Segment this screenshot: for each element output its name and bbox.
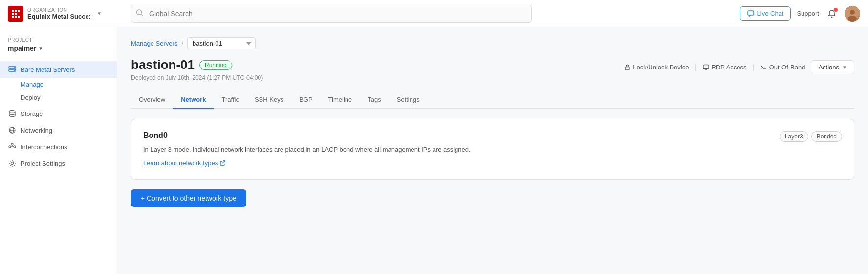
tab-bgp[interactable]: BGP <box>291 91 320 109</box>
sidebar-item-project-settings[interactable]: Project Settings <box>0 155 117 172</box>
user-avatar[interactable] <box>845 6 860 22</box>
settings-icon <box>8 159 17 168</box>
sidebar-sub-bms: Manage Deploy <box>0 78 117 104</box>
project-name: mpalmer <box>8 45 36 52</box>
server-icon <box>8 65 17 74</box>
monitor-icon <box>703 64 709 70</box>
sidebar-item-bms-label: Bare Metal Servers <box>21 66 75 73</box>
svg-rect-6 <box>15 16 17 18</box>
bonded-badge: Bonded <box>811 131 842 142</box>
svg-rect-0 <box>12 10 14 12</box>
svg-point-14 <box>848 16 857 22</box>
tab-network[interactable]: Network <box>173 91 214 109</box>
convert-section: + Convert to other network type <box>131 180 854 211</box>
server-header-right: Lock/Unlock Device | RDP Access | <box>624 60 854 74</box>
org-label: ORGANIZATION <box>27 7 91 13</box>
svg-rect-1 <box>15 10 17 12</box>
actions-dropdown[interactable]: Actions ▼ <box>811 60 854 74</box>
breadcrumb-server-select[interactable]: bastion-01 <box>187 37 256 49</box>
deploy-date: Deployed on July 16th, 2024 (1:27 PM UTC… <box>131 74 263 81</box>
sidebar-section-bms: Bare Metal Servers Manage Deploy <box>0 60 117 105</box>
sidebar: PROJECT mpalmer ▼ <box>0 27 117 274</box>
lock-unlock-link[interactable]: Lock/Unlock Device <box>624 64 689 71</box>
support-link[interactable]: Support <box>797 10 819 17</box>
lock-unlock-label: Lock/Unlock Device <box>633 64 689 71</box>
tab-traffic[interactable]: Traffic <box>214 91 246 109</box>
sidebar-nav: Bare Metal Servers Manage Deploy Storage <box>0 58 117 174</box>
sidebar-item-networking[interactable]: Networking <box>0 122 117 138</box>
breadcrumb: Manage Servers / bastion-01 <box>131 37 854 49</box>
main-layout: PROJECT mpalmer ▼ <box>0 27 868 274</box>
sidebar-item-interconnections[interactable]: Interconnections <box>0 138 117 155</box>
rdp-access-link[interactable]: RDP Access <box>703 64 747 71</box>
out-of-band-label: Out-Of-Band <box>769 64 805 71</box>
external-link-icon <box>220 160 225 166</box>
svg-rect-30 <box>703 65 709 69</box>
notifications-icon[interactable] <box>825 7 839 21</box>
sidebar-sub-item-manage[interactable]: Manage <box>0 78 117 91</box>
svg-point-23 <box>9 146 11 148</box>
svg-rect-10 <box>748 11 754 15</box>
content-inner: Manage Servers / bastion-01 bastion-01 R… <box>117 27 868 221</box>
svg-point-18 <box>14 70 15 71</box>
sidebar-item-project-settings-label: Project Settings <box>21 160 65 167</box>
divider1: | <box>694 63 696 72</box>
network-card-header: Bond0 In Layer 3 mode, individual networ… <box>143 131 842 167</box>
tab-overview[interactable]: Overview <box>131 91 173 109</box>
live-chat-button[interactable]: Live Chat <box>740 6 791 21</box>
convert-network-type-button[interactable]: + Convert to other network type <box>131 189 246 207</box>
svg-rect-5 <box>12 16 14 18</box>
rdp-access-label: RDP Access <box>712 64 747 71</box>
interconnections-icon <box>8 142 17 151</box>
org-name: Equinix Metal Succe: <box>27 13 91 20</box>
svg-point-19 <box>9 111 15 113</box>
svg-point-13 <box>850 10 855 15</box>
sidebar-item-interconnections-label: Interconnections <box>21 143 67 151</box>
svg-point-24 <box>14 146 16 148</box>
learn-link[interactable]: Learn about network types <box>143 160 225 167</box>
global-search[interactable] <box>131 5 532 23</box>
server-name: bastion-01 <box>131 57 195 72</box>
actions-label: Actions <box>818 64 839 71</box>
svg-point-28 <box>11 162 14 165</box>
breadcrumb-parent-link[interactable]: Manage Servers <box>131 40 177 47</box>
svg-rect-4 <box>15 13 17 15</box>
project-name-row: mpalmer ▼ <box>8 45 109 52</box>
sidebar-item-networking-label: Networking <box>21 127 52 134</box>
tab-settings[interactable]: Settings <box>389 91 428 109</box>
networking-icon <box>8 126 17 135</box>
server-name-heading: bastion-01 Running <box>131 57 232 72</box>
bond-title: Bond0 <box>143 131 471 140</box>
sidebar-item-storage[interactable]: Storage <box>0 105 117 122</box>
divider2: | <box>753 63 755 72</box>
svg-point-11 <box>831 16 833 18</box>
tab-timeline[interactable]: Timeline <box>321 91 360 109</box>
search-icon <box>136 9 143 18</box>
project-label: PROJECT <box>8 37 109 43</box>
sidebar-item-bare-metal-servers[interactable]: Bare Metal Servers <box>0 61 117 78</box>
tab-ssh-keys[interactable]: SSH Keys <box>247 91 291 109</box>
svg-rect-7 <box>18 16 20 18</box>
svg-rect-2 <box>18 10 20 12</box>
server-tabs: Overview Network Traffic SSH Keys BGP Ti… <box>131 91 854 109</box>
equinix-logo <box>8 6 23 22</box>
project-dropdown-icon[interactable]: ▼ <box>38 46 43 51</box>
layer3-badge: Layer3 <box>780 131 808 142</box>
search-input[interactable] <box>131 5 532 23</box>
svg-point-17 <box>14 67 15 68</box>
org-dropdown-icon[interactable]: ▼ <box>97 11 102 16</box>
sidebar-sub-item-deploy[interactable]: Deploy <box>0 91 117 104</box>
out-of-band-link[interactable]: Out-Of-Band <box>760 64 805 71</box>
tab-tags[interactable]: Tags <box>360 91 389 109</box>
lock-icon <box>624 64 630 70</box>
svg-line-34 <box>222 161 225 163</box>
content-area: Manage Servers / bastion-01 bastion-01 R… <box>117 27 868 274</box>
sidebar-item-storage-label: Storage <box>21 110 43 117</box>
terminal-icon <box>760 64 767 70</box>
svg-point-26 <box>11 143 13 145</box>
svg-line-9 <box>141 14 143 16</box>
network-card-body: Bond0 In Layer 3 mode, individual networ… <box>143 131 471 167</box>
server-header-left: bastion-01 Running Deployed on July 16th… <box>131 57 263 81</box>
server-header: bastion-01 Running Deployed on July 16th… <box>131 57 854 81</box>
network-badges: Layer3 Bonded <box>780 131 842 142</box>
